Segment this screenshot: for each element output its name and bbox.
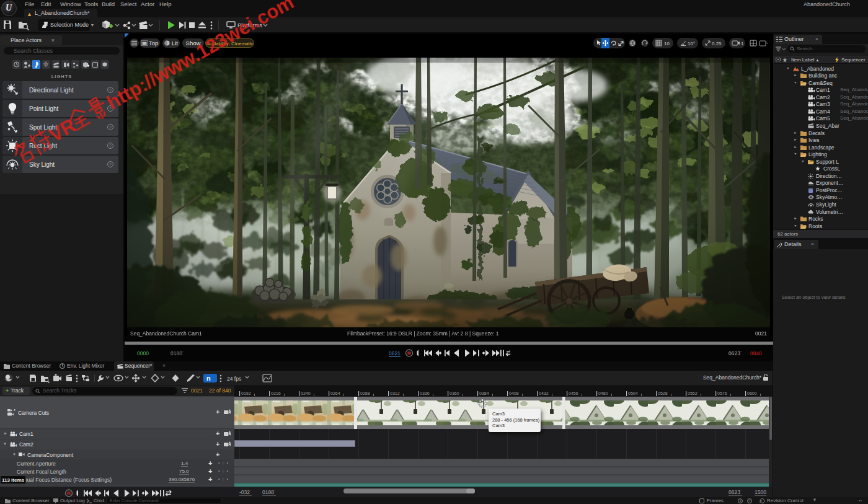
svg-text:0576: 0576	[717, 391, 727, 396]
svg-text:0384: 0384	[479, 391, 489, 396]
svg-text:10°: 10°	[688, 41, 695, 46]
svg-text:?: ?	[748, 499, 750, 503]
svg-text:0432: 0432	[539, 391, 549, 396]
svg-text:0216: 0216	[271, 391, 281, 396]
svg-text:0312: 0312	[390, 391, 400, 396]
svg-text:24 fps: 24 fps	[227, 376, 241, 382]
svg-text:0360: 0360	[450, 391, 459, 396]
svg-text:0336: 0336	[420, 391, 430, 396]
svg-text:10: 10	[664, 41, 670, 46]
svg-text:0240: 0240	[301, 391, 311, 396]
svg-text:0528: 0528	[658, 391, 668, 396]
svg-text:0456: 0456	[569, 391, 578, 396]
svg-text:0480: 0480	[598, 391, 608, 396]
svg-text:n: n	[206, 374, 211, 382]
svg-text:1: 1	[741, 41, 744, 46]
svg-text:0192: 0192	[241, 391, 251, 396]
svg-text:0.25: 0.25	[712, 41, 722, 46]
svg-text:0600: 0600	[747, 391, 757, 396]
svg-text:0264: 0264	[330, 391, 340, 396]
svg-text:0408: 0408	[509, 391, 519, 396]
svg-text:0504: 0504	[628, 391, 638, 396]
svg-text:0288: 0288	[360, 391, 370, 396]
svg-text:0552: 0552	[688, 391, 698, 396]
